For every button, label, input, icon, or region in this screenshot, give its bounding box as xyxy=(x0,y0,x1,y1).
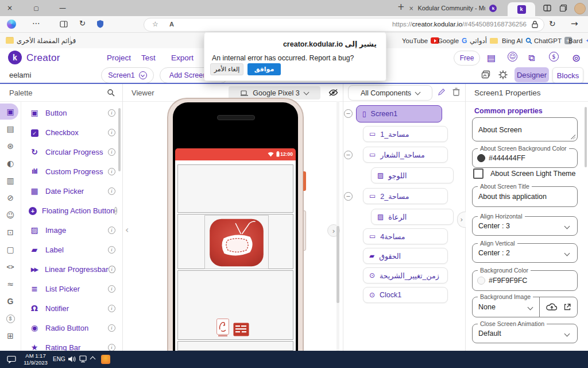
palette-item-notifier[interactable]: ΩNotifieri xyxy=(21,298,122,318)
monetization-icon[interactable]: $ xyxy=(549,52,559,62)
info-icon[interactable]: i xyxy=(109,266,115,273)
plan-badge[interactable]: Free xyxy=(454,51,480,66)
category-extensions[interactable]: ⊞ xyxy=(0,328,21,344)
settings-gear-icon[interactable] xyxy=(498,70,508,79)
community-icon[interactable]: ☺ xyxy=(508,52,517,62)
copilot-icon[interactable] xyxy=(7,20,16,29)
refresh-icon[interactable]: ↻ xyxy=(549,19,556,28)
resize-handle[interactable] xyxy=(571,135,575,139)
window-restore-button[interactable]: ▢ xyxy=(28,0,45,16)
panel-expand-icon[interactable]: › xyxy=(457,212,466,228)
tree-item[interactable]: ▰الحقوق xyxy=(363,248,448,264)
visibility-off-icon[interactable] xyxy=(328,89,338,97)
light-theme-row[interactable]: About Screen Light Theme xyxy=(473,168,575,179)
volume-icon[interactable] xyxy=(68,355,76,363)
favorite-bing-ai[interactable]: Bing AI xyxy=(502,33,532,48)
category-user-interface[interactable]: ▣ xyxy=(0,103,21,120)
category-dynamic-components[interactable]: <> xyxy=(0,259,21,275)
palette-item-image[interactable]: ▨Imagei xyxy=(21,220,122,240)
info-icon[interactable]: i xyxy=(108,227,115,234)
palette-scrollbar[interactable] xyxy=(118,108,121,171)
favorite-bard[interactable]: Bard ✦ xyxy=(568,33,588,48)
dialog-ok-button[interactable]: موافق xyxy=(247,63,281,75)
properties-scrollbar[interactable] xyxy=(585,107,587,167)
search-icon[interactable] xyxy=(107,89,115,97)
tab-designer[interactable]: Designer xyxy=(514,67,549,82)
info-icon[interactable]: i xyxy=(108,187,115,195)
phone-screen[interactable]: 12:00 xyxy=(173,102,298,351)
category-monetization[interactable]: $ xyxy=(0,310,21,327)
collections-icon[interactable] xyxy=(559,4,567,12)
about-bg-color-field[interactable]: About Screen Background Color #444444FF xyxy=(472,148,578,168)
align-vertical-select[interactable]: Align Vertical Center : 2 xyxy=(472,243,578,263)
account-icon[interactable]: ⊚ xyxy=(572,52,581,64)
upload-cloud-icon[interactable] xyxy=(546,302,558,311)
viewer-scrollbar[interactable] xyxy=(336,226,339,303)
logo-image-component[interactable] xyxy=(204,215,269,269)
url-text[interactable]: https://creator.kodular.io/#454508916873… xyxy=(392,21,527,28)
hidden-icons-chevron[interactable] xyxy=(90,356,96,362)
read-aloud-icon[interactable]: A xyxy=(169,21,174,28)
tree-item[interactable]: ▭مساحة_الشعار xyxy=(363,147,448,163)
tab-close-icon[interactable]: × xyxy=(409,5,413,12)
more-tools-icon[interactable]: ⋯ xyxy=(32,18,40,28)
info-icon[interactable]: i xyxy=(108,109,115,117)
tree-item[interactable]: ▨الرعاة xyxy=(371,209,454,225)
split-window-icon[interactable] xyxy=(60,20,68,28)
info-icon[interactable]: i xyxy=(114,207,117,214)
arrangement-logo-area[interactable] xyxy=(177,214,293,269)
favorite-google[interactable]: Google G xyxy=(438,33,467,48)
info-icon[interactable]: i xyxy=(108,324,115,332)
menu-test[interactable]: Test xyxy=(141,53,156,62)
notification-center-icon[interactable] xyxy=(7,355,16,363)
favorite-tools[interactable]: أدواتي xyxy=(470,33,498,48)
palette-item-radio-button[interactable]: ◉Radio Buttoni xyxy=(21,318,122,338)
network-icon[interactable] xyxy=(79,355,88,363)
collapse-left-icon[interactable]: ‹ xyxy=(125,224,129,235)
tree-item[interactable]: ⊙Clock1 xyxy=(363,287,448,303)
other-favorites[interactable]: قوائم المفضلة الأخرى xyxy=(6,33,76,48)
assets-icon[interactable] xyxy=(481,70,490,79)
window-minimize-button[interactable]: — xyxy=(54,0,71,16)
collapse-node-icon[interactable]: − xyxy=(344,151,353,159)
browser-essentials-icon[interactable]: ↻ xyxy=(79,19,86,28)
category-connectivity[interactable]: ≈ xyxy=(0,276,21,292)
checkbox-unchecked-icon[interactable] xyxy=(473,168,483,179)
info-icon[interactable]: i xyxy=(108,148,115,156)
app-canvas[interactable] xyxy=(175,160,296,351)
screen-selector[interactable]: Screen1 xyxy=(101,67,154,83)
category-utilities[interactable]: ▢ xyxy=(0,241,21,258)
rename-pencil-icon[interactable] xyxy=(438,88,446,96)
window-close-button[interactable]: × xyxy=(1,0,18,16)
lock-icon[interactable] xyxy=(532,21,538,28)
new-tab-button[interactable]: + xyxy=(397,2,405,12)
palette-item-button[interactable]: ▣Buttoni xyxy=(21,103,122,122)
palette-item-label[interactable]: ▰Labeli xyxy=(21,240,122,259)
menu-export[interactable]: Export xyxy=(171,53,194,62)
palette-item-linear-progressbar[interactable]: ▶▶Linear Progressbari xyxy=(21,259,122,279)
category-layout[interactable]: ▤ xyxy=(0,121,21,137)
favorite-star-icon[interactable]: ☆ xyxy=(152,20,158,28)
info-icon[interactable]: i xyxy=(108,129,115,136)
category-social[interactable]: ☺ xyxy=(0,207,21,223)
collapse-node-icon[interactable]: − xyxy=(344,192,353,201)
category-drawing-animation[interactable]: ◐ xyxy=(0,155,21,171)
palette-item-date-picker[interactable]: ▦Date Pickeri xyxy=(21,181,122,201)
tree-item[interactable]: ▭مساحة4 xyxy=(363,228,448,244)
components-filter[interactable]: All Components xyxy=(348,85,432,101)
arrangement-area-2[interactable] xyxy=(177,270,293,340)
info-icon[interactable]: i xyxy=(108,344,115,351)
palette-item-custom-progress[interactable]: ılılCustom Progressi xyxy=(21,162,122,181)
tab-blocks[interactable]: Blocks xyxy=(552,67,583,83)
favorite-chatgpt[interactable]: ChatGPT ✳ xyxy=(534,33,572,48)
back-icon[interactable]: → xyxy=(571,18,578,29)
documentation-icon[interactable]: ⧉ xyxy=(528,52,535,63)
arrangement-area-4[interactable] xyxy=(177,341,293,351)
about-title-field[interactable]: About Screen Title About this applicatio… xyxy=(472,186,578,207)
collapse-node-icon[interactable]: − xyxy=(344,109,353,118)
category-media[interactable]: ⊛ xyxy=(0,138,21,154)
palette-item-fab[interactable]: +Floating Action Buttoni xyxy=(21,201,122,220)
projects-folder-icon[interactable]: ▤ xyxy=(487,52,496,63)
browser-tab-inactive[interactable]: × Kodular Community - Much mor k xyxy=(409,0,497,16)
category-sensors[interactable]: ⊘ xyxy=(0,190,21,206)
